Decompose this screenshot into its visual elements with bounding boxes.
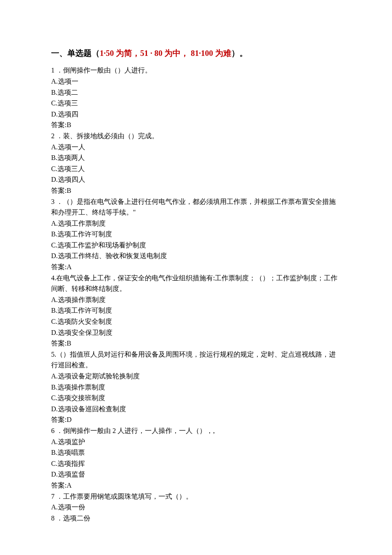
- question-option: A.选项一: [51, 76, 341, 87]
- question-stem: 2 ．装、拆接地线必须由（）完成。: [51, 131, 341, 142]
- question-option: 8 ．选项二份: [51, 513, 341, 524]
- question-option: B.选项两人: [51, 152, 341, 163]
- question-option: D.选项监督: [51, 469, 341, 480]
- question-option: D.选项四人: [51, 174, 341, 185]
- question-stem: 6 ．倒闸操作一般由 2 人进行，一人操作，一人（），,: [51, 425, 341, 436]
- question-option: D.选项设备巡回检查制度: [51, 404, 341, 415]
- section-title: 一、单选题（1·50 为简，51 · 80 为中， 81·100 为难）。: [51, 47, 341, 60]
- question-option: B.选项唱票: [51, 447, 341, 458]
- question-option: C.选项防火安全制度: [51, 316, 341, 327]
- question-stem: 4.在电气设备上工作，保证安全的电气作业组织措施有:工作票制度；（）；工作监护制…: [51, 273, 341, 294]
- question-option: B.选项二: [51, 87, 341, 98]
- question-answer: 答案:B: [51, 185, 341, 196]
- question-option: D.选项工作终结、验收和恢复送电制度: [51, 250, 341, 262]
- question-option: A.选项设备定期试验轮换制度: [51, 371, 341, 382]
- question-stem: 3 ．（）是指在电气设备上进行任何电气作业，都必须填用工作票，并根据工作票布置安…: [51, 196, 341, 218]
- question-option: A.选项工作票制度: [51, 218, 341, 229]
- question-option: A.选项操作票制度: [51, 294, 341, 305]
- question-option: A.选项一人: [51, 142, 341, 153]
- section-title-prefix: 一、单选题（: [51, 49, 100, 58]
- question-option: B.选项工作许可制度: [51, 229, 341, 240]
- section-title-suffix: ）。: [231, 49, 248, 58]
- question-option: A.选项一份: [51, 502, 341, 513]
- question-answer: 答案:A: [51, 480, 341, 491]
- question-option: C.选项指挥: [51, 458, 341, 469]
- question-option: D.选项四: [51, 109, 341, 120]
- question-stem: 1 ．倒闸操作一般由（）人进行。: [51, 65, 341, 76]
- question-stem: 7 ．工作票要用钢笔或圆珠笔填写，一式（）。: [51, 491, 341, 502]
- question-stem: 5.（）指值班人员对运行和备用设备及周围环境，按运行规程的规定，定时、定点巡视线…: [51, 349, 341, 371]
- question-answer: 答案:B: [51, 338, 341, 349]
- question-option: D.选项安全保卫制度: [51, 327, 341, 338]
- question-option: C.选项工作监护和现场看护制度: [51, 240, 341, 251]
- question-option: C.选项交接班制度: [51, 392, 341, 404]
- question-answer: 答案:A: [51, 262, 341, 273]
- question-answer: 答案:D: [51, 414, 341, 425]
- question-option: C.选项三: [51, 98, 341, 109]
- question-option: B.选项工作许可制度: [51, 305, 341, 316]
- document-page: 一、单选题（1·50 为简，51 · 80 为中， 81·100 为难）。 1 …: [0, 0, 392, 555]
- question-answer: 答案:B: [51, 119, 341, 131]
- question-option: B.选项操作票制度: [51, 382, 341, 393]
- section-title-red: 1·50 为简，51 · 80 为中， 81·100 为难: [100, 49, 231, 58]
- question-option: C.选项三人: [51, 163, 341, 174]
- question-option: A.选项监护: [51, 436, 341, 447]
